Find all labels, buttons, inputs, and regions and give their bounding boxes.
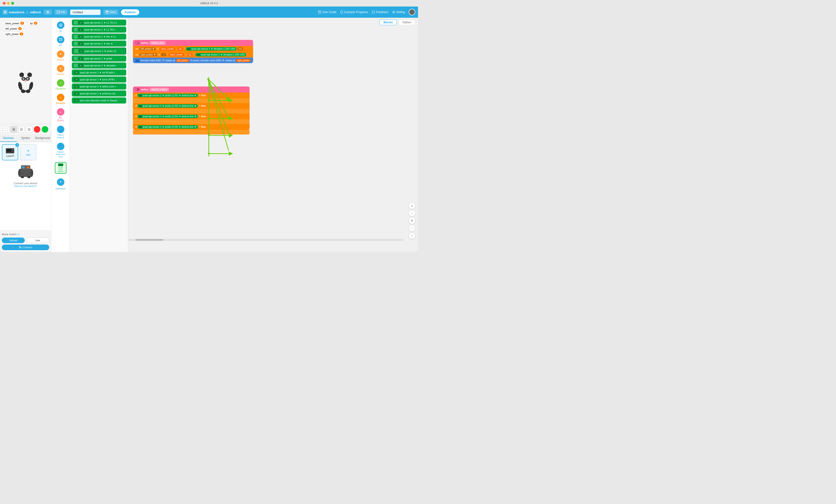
sensor-deviation-block[interactable]: quad rgb sensor 1 ▼ deviation (-100~100) xyxy=(186,47,236,51)
upload-mode-button[interactable]: Upload xyxy=(2,237,25,243)
grid-view-button[interactable]: ⊞ xyxy=(11,126,17,133)
if-block-1[interactable]: if quad rgb sensor 1 ▼ probe (1) R2 ▼ de… xyxy=(133,93,250,98)
category-events[interactable]: Events xyxy=(51,49,70,63)
cloud-sync-button[interactable] xyxy=(44,9,52,15)
category-iot[interactable]: IoT xyxy=(51,34,70,49)
category-control[interactable]: Control xyxy=(51,63,70,77)
scrollbar-thumb[interactable] xyxy=(135,239,163,241)
sprite-delete-button[interactable]: ✕ xyxy=(15,143,19,147)
sensor-probe-block4[interactable]: quad rgb sensor 1 ▼ probe (1) R2 ▼ detec… xyxy=(138,125,198,129)
tab-sprites[interactable]: Sprites xyxy=(17,135,34,142)
add-extension-icon[interactable]: + xyxy=(57,178,64,186)
block-list-item[interactable]: ⊡ quad rgb sensor 1 ▼ line ▼ xyxy=(72,41,126,46)
publish-button[interactable]: Publish xyxy=(121,9,139,15)
list-view-button[interactable]: ☰ xyxy=(18,126,25,133)
block-checkbox[interactable] xyxy=(75,50,78,53)
block-list-item[interactable]: ⊡ quad rgb sensor 1 ▼ probe xyxy=(72,56,126,61)
block-checkbox[interactable] xyxy=(74,35,77,38)
set-right-power-block[interactable]: set right_power ▼ to -1 * base_power + k… xyxy=(133,52,253,58)
center-view-button[interactable]: = xyxy=(408,232,415,239)
block-checkbox[interactable] xyxy=(74,28,77,31)
category-ai[interactable]: AI xyxy=(51,20,70,34)
block-list-item[interactable]: ⊡ sets color detection mode to Standa... xyxy=(72,97,126,103)
file-button[interactable]: File xyxy=(55,9,68,15)
svg-point-41 xyxy=(20,247,21,248)
fit-view-button[interactable]: ⛶ xyxy=(408,225,415,232)
block-checkbox[interactable] xyxy=(74,57,77,60)
block-checkbox[interactable] xyxy=(74,64,77,67)
avatar[interactable] xyxy=(408,9,415,15)
canvas-tab-python[interactable]: Python xyxy=(399,20,415,25)
function-name-detect-colors: detect_colors xyxy=(150,88,169,91)
setting-link[interactable]: Setting xyxy=(392,11,405,14)
var-kp[interactable]: kp 0 xyxy=(28,21,39,25)
if-block-2[interactable]: if quad rgb sensor 1 ▼ probe (1) R2 ▼ de… xyxy=(133,103,250,109)
go-button[interactable] xyxy=(42,126,48,133)
var-base-power[interactable]: base_power 0 xyxy=(3,21,26,25)
sensor-probe-block1[interactable]: quad rgb sensor 1 ▼ probe (1) R2 ▼ detec… xyxy=(138,94,198,97)
category-myblocks[interactable]: fn MyBlocks xyxy=(51,106,70,124)
var-left-power[interactable]: left_power 0 xyxy=(3,26,24,31)
block-list-item[interactable]: ⊡ quad rgb sensor 1 ▼ define color t... xyxy=(72,83,126,90)
var-right-power[interactable]: right_power 0 xyxy=(3,32,25,36)
block-list-item[interactable]: ⊡ quad rgb sensor 1 ▼ performs cal... xyxy=(72,91,126,97)
robot-icon xyxy=(16,164,35,178)
horizontal-scrollbar[interactable] xyxy=(128,239,404,241)
right-power-dropdown[interactable]: right_power ▼ xyxy=(139,53,157,56)
minimize-button[interactable] xyxy=(7,2,10,5)
myblocks-icon: fn xyxy=(57,108,64,116)
mode-switch-info-icon[interactable]: ⓘ xyxy=(17,233,20,236)
canvas-tab-blocks[interactable]: Blocks xyxy=(380,20,397,25)
cyber-pi-device[interactable]: ✕ CyberPi xyxy=(2,144,18,160)
if-block-4[interactable]: if quad rgb sensor 1 ▼ probe (1) R2 ▼ de… xyxy=(133,124,250,130)
define-follow-line-block[interactable]: define follow_line set left_power ▼ to b… xyxy=(133,40,253,63)
block-checkbox[interactable] xyxy=(74,42,77,45)
fit-screen-button[interactable]: ⛶ xyxy=(3,126,9,133)
tile-view-button[interactable]: ⊟ xyxy=(26,126,33,133)
category-operators[interactable]: + Operators xyxy=(51,77,70,92)
block-list-item[interactable]: ⊡ quad rgb sensor 1 ▼ line ▼ in... xyxy=(72,34,126,40)
category-quadrgb[interactable]: QuadRGBSensor xyxy=(54,160,68,176)
maximize-button[interactable] xyxy=(11,2,14,5)
tab-devices[interactable]: Devices xyxy=(0,135,17,142)
live-mode-button[interactable]: Live xyxy=(26,237,50,243)
category-variables[interactable]: x Variables xyxy=(51,92,70,106)
define-detect-colors-block[interactable]: define detect_colors if quad rgb sensor … xyxy=(133,86,250,135)
block-list-item[interactable]: ⊡ quad rgb sensor 1 ▼ set fill light c..… xyxy=(72,70,126,76)
set-left-power-block[interactable]: set left_power ▼ to base_power - kp * qu… xyxy=(133,46,253,52)
code-view-button[interactable]: </> xyxy=(238,47,243,51)
sensor-probe-block3[interactable]: quad rgb sensor 1 ▼ probe (1) R2 ▼ detec… xyxy=(138,115,198,118)
if-block-3[interactable]: if quad rgb sensor 1 ▼ probe (1) R2 ▼ de… xyxy=(133,114,250,119)
block-list-item[interactable]: ⊡ quad rgb sensor 1 ▼ deviation... xyxy=(72,62,126,69)
category-mbot2chassis[interactable]: mBot2Chassis xyxy=(51,124,70,141)
block-list-item[interactable]: ⊡ quad rgb sensor 1 ▼ L1, R1's li... xyxy=(72,20,126,26)
how-to-device-link[interactable]: How to use device? xyxy=(15,185,37,188)
reset-view-button[interactable]: ⟳ xyxy=(408,217,415,224)
svg-marker-72 xyxy=(208,134,210,137)
sensor-icon: ⊡ xyxy=(78,21,83,24)
example-programs-link[interactable]: Example Programs xyxy=(340,11,368,14)
category-mbot2ext[interactable]: mBot2ExtensionPort xyxy=(51,141,70,160)
stop-button[interactable] xyxy=(34,126,40,133)
quadrgb-box[interactable]: QuadRGBSensor xyxy=(55,162,66,174)
encoder-motor-block[interactable]: encoder motor EM1 ↺ rotates at left_powe… xyxy=(133,58,253,63)
block-list-item[interactable]: ⊡ quad rgb sensor 1 ▼ turns off fill l..… xyxy=(72,76,126,82)
block-list-item[interactable]: ⊡ quad rgb sensor 1 ▼ L1, R1's... xyxy=(72,26,126,33)
zoom-in-button[interactable]: + xyxy=(408,202,415,209)
sensor-deviation-block2[interactable]: quad rgb sensor 1 ▼ deviation (-100~100) xyxy=(195,53,246,56)
save-button[interactable]: Save xyxy=(103,9,118,15)
sensor-probe-block2[interactable]: quad rgb sensor 1 ▼ probe (1) R2 ▼ detec… xyxy=(138,104,198,108)
tab-background[interactable]: Background xyxy=(34,135,51,142)
category-extension[interactable]: + extension xyxy=(51,176,70,192)
connect-button[interactable]: Connect xyxy=(2,245,49,250)
block-list-item[interactable]: ⊡ quad rgb sensor 1 ▼ probe (1) xyxy=(72,47,126,55)
left-power-dropdown[interactable]: left_power ▼ xyxy=(139,47,156,50)
project-title-input[interactable] xyxy=(70,9,100,15)
zoom-out-button[interactable]: − xyxy=(408,210,415,217)
feedback-link[interactable]: Feedback xyxy=(372,11,388,14)
user-guide-link[interactable]: User Guide xyxy=(318,11,336,14)
workspace[interactable]: define follow_line set left_power ▼ to b… xyxy=(128,27,418,243)
block-checkbox[interactable] xyxy=(74,21,77,24)
add-device-button[interactable]: + Add xyxy=(20,144,36,160)
close-button[interactable] xyxy=(3,2,5,5)
